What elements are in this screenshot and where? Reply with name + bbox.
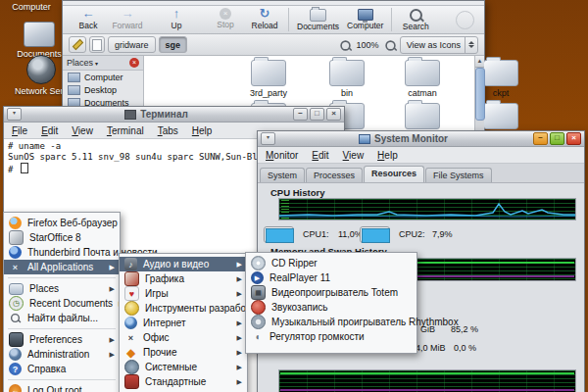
stop-button[interactable]: × Stop	[206, 7, 245, 29]
desktop: Computer Documents Network Serv ← Back →…	[0, 0, 588, 392]
menu-item-label: Log Out root...	[27, 385, 90, 392]
menu-item-all-applications[interactable]: × All Applications ▶	[4, 260, 120, 274]
root-path-button[interactable]	[89, 36, 105, 53]
diamond-icon: ◆	[124, 346, 137, 359]
terminal-titlebar[interactable]: ▾ Терминал − □ ×	[4, 107, 344, 122]
menu-item-recent-documents[interactable]: ◷ Recent Documents ▶	[4, 296, 120, 311]
submenu-item-label: Инструменты разработки	[145, 303, 260, 314]
submenu-item-label: CD Ripper	[271, 258, 318, 269]
window-menu-icon[interactable]: ▾	[7, 108, 22, 121]
edit-location-button[interactable]	[69, 36, 86, 53]
tab-processes[interactable]: Processes	[306, 168, 363, 182]
scroll-up-icon[interactable]: ▲	[475, 56, 484, 68]
search-button[interactable]: Search	[396, 7, 435, 31]
window-menu-icon[interactable]: ▾	[261, 132, 275, 145]
back-button[interactable]: ← Back	[69, 7, 108, 30]
path-button-gridware[interactable]: gridware	[108, 36, 156, 53]
paintbrush-icon	[124, 271, 139, 286]
system-monitor-titlebar[interactable]: ▾ System Monitor − □ ×	[258, 131, 584, 147]
close-button[interactable]: ×	[566, 132, 581, 145]
submenu-item-development[interactable]: Инструменты разработки ▶	[120, 301, 247, 316]
submenu-arrow-icon: ▶	[110, 351, 115, 359]
menu-item-staroffice[interactable]: StarOffice 8	[4, 230, 120, 245]
menu-item-places[interactable]: Places ▶	[4, 281, 120, 296]
documents-button[interactable]: Documents	[293, 7, 343, 31]
submenu-item-rhythmbox[interactable]: Музыкальный проигрыватель Rhythmbox	[246, 315, 416, 329]
close-button[interactable]: ×	[326, 108, 341, 121]
cpu1-color-button[interactable]	[264, 226, 294, 243]
maximize-button[interactable]: □	[310, 108, 324, 121]
menu-tabs[interactable]: Tabs	[158, 125, 178, 136]
minimize-button[interactable]: −	[293, 108, 308, 121]
menu-file[interactable]: File	[12, 125, 27, 136]
submenu-item-audio-video[interactable]: ♪ Аудио и видео ▶	[120, 257, 247, 271]
forward-label: Forward	[112, 21, 142, 30]
zoom-out-icon[interactable]	[340, 40, 350, 50]
path-button-sge[interactable]: sge	[159, 36, 188, 53]
menu-item-firefox[interactable]: Firefox Веб-браузер	[4, 216, 120, 230]
submenu-item-internet[interactable]: Интернет ▶	[120, 316, 247, 330]
volume-icon: ◖	[251, 330, 264, 343]
menu-edit[interactable]: Edit	[312, 150, 328, 161]
menu-item-find-files[interactable]: Найти файлы...	[4, 311, 120, 325]
desktop-icon-computer[interactable]: Computer	[2, 2, 61, 12]
menu-item-administration[interactable]: Administration ▶	[4, 347, 120, 362]
menu-terminal[interactable]: Terminal	[107, 125, 144, 136]
submenu-item-other[interactable]: ◆ Прочие ▶	[120, 345, 247, 360]
submenu-item-system[interactable]: Системные ▶	[120, 360, 247, 374]
sidebar-item-computer[interactable]: Computer	[63, 71, 143, 83]
folder-3rd_party[interactable]: 3rd_party	[234, 60, 303, 98]
menu-help[interactable]: Help	[377, 150, 398, 161]
reload-icon: ↻	[260, 7, 270, 21]
menu-item-logout[interactable]: ← Log Out root...	[4, 383, 120, 392]
zoom-in-icon[interactable]	[385, 40, 395, 50]
folder-icon	[405, 103, 440, 129]
cpu2-color-button[interactable]	[360, 226, 390, 243]
menu-help[interactable]: Help	[192, 125, 213, 136]
menu-monitor[interactable]: Monitor	[266, 150, 298, 161]
computer-button[interactable]: Computer	[343, 7, 387, 30]
menu-item-thunderbird[interactable]: Thunderbird Почта и новости	[4, 245, 120, 260]
submenu-item-games[interactable]: ♥ Игры ▶	[120, 286, 247, 301]
submenu-item-office[interactable]: × Офис ▶	[120, 330, 247, 345]
folder-bin[interactable]: bin	[313, 60, 381, 98]
stop-label: Stop	[217, 20, 234, 29]
submenu-item-graphics[interactable]: Графика ▶	[120, 271, 247, 286]
up-button[interactable]: ↑ Up	[157, 7, 196, 30]
submenu-item-totem[interactable]: ▦ Видеопроигрыватель Totem	[246, 285, 416, 300]
submenu-item-realplayer[interactable]: ▶ RealPlayer 11	[246, 270, 416, 285]
minimize-button[interactable]: −	[533, 132, 548, 145]
folder-catman[interactable]: catman	[388, 60, 457, 98]
menu-item-preferences[interactable]: Preferences ▶	[4, 332, 120, 347]
menu-edit[interactable]: Edit	[41, 125, 58, 136]
menu-item-label: Places	[29, 283, 59, 294]
sidebar-close-icon[interactable]: ×	[129, 58, 139, 68]
submenu-arrow-icon: ▶	[110, 285, 115, 293]
folder-label: 3rd_party	[234, 88, 303, 98]
reload-button[interactable]: ↻ Reload	[245, 7, 284, 30]
maximize-button[interactable]: □	[550, 132, 564, 145]
sidebar-header[interactable]: Places ▾ ×	[63, 56, 143, 71]
folder-label: bin	[313, 88, 381, 98]
submenu-item-sound-recorder[interactable]: Звукозапись	[246, 300, 416, 315]
computer-icon	[68, 73, 80, 82]
submenu-item-accessories[interactable]: Стандартные ▶	[120, 374, 247, 389]
cd-icon	[251, 256, 266, 270]
monitor-icon	[359, 134, 370, 144]
menu-view[interactable]: View	[72, 125, 93, 136]
forward-icon: →	[122, 7, 134, 21]
submenu-item-cd-ripper[interactable]: CD Ripper	[246, 256, 416, 270]
tab-file-systems[interactable]: File Systems	[425, 168, 492, 182]
submenu-item-label: Видеопроигрыватель Totem	[271, 287, 398, 298]
tab-resources[interactable]: Resources	[364, 166, 424, 182]
sidebar-item-desktop[interactable]: Desktop	[63, 83, 143, 96]
view-mode-dropdown[interactable]: View as Icons	[400, 36, 478, 54]
menu-view[interactable]: View	[343, 150, 365, 161]
forward-button[interactable]: → Forward	[108, 7, 147, 30]
menu-item-help[interactable]: ? Справка	[4, 362, 120, 376]
scrollbar-thumb[interactable]	[475, 68, 485, 121]
tab-system[interactable]: System	[260, 168, 305, 182]
desktop-icon-documents[interactable]: Documents	[10, 22, 69, 59]
submenu-item-volume-control[interactable]: ◖ Регулятор громкости	[246, 329, 416, 344]
sidebar-header-label: Places	[67, 58, 93, 68]
